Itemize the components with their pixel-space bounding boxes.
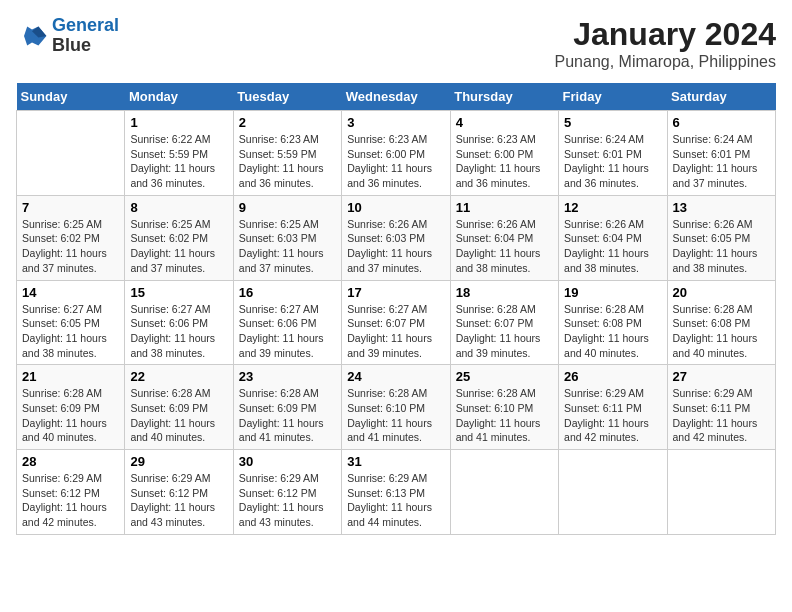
calendar-cell [17,111,125,196]
calendar-header: SundayMondayTuesdayWednesdayThursdayFrid… [17,83,776,111]
day-info: Sunrise: 6:26 AM Sunset: 6:04 PM Dayligh… [564,217,661,276]
day-number: 26 [564,369,661,384]
calendar-cell: 15Sunrise: 6:27 AM Sunset: 6:06 PM Dayli… [125,280,233,365]
calendar-cell: 29Sunrise: 6:29 AM Sunset: 6:12 PM Dayli… [125,450,233,535]
day-info: Sunrise: 6:28 AM Sunset: 6:09 PM Dayligh… [22,386,119,445]
calendar-cell: 23Sunrise: 6:28 AM Sunset: 6:09 PM Dayli… [233,365,341,450]
calendar-cell [450,450,558,535]
calendar-cell [559,450,667,535]
day-info: Sunrise: 6:29 AM Sunset: 6:12 PM Dayligh… [239,471,336,530]
calendar-cell: 1Sunrise: 6:22 AM Sunset: 5:59 PM Daylig… [125,111,233,196]
calendar-cell: 4Sunrise: 6:23 AM Sunset: 6:00 PM Daylig… [450,111,558,196]
day-number: 3 [347,115,444,130]
calendar-cell: 14Sunrise: 6:27 AM Sunset: 6:05 PM Dayli… [17,280,125,365]
day-number: 31 [347,454,444,469]
calendar-cell: 19Sunrise: 6:28 AM Sunset: 6:08 PM Dayli… [559,280,667,365]
day-number: 14 [22,285,119,300]
day-number: 10 [347,200,444,215]
calendar-cell: 16Sunrise: 6:27 AM Sunset: 6:06 PM Dayli… [233,280,341,365]
calendar-cell: 9Sunrise: 6:25 AM Sunset: 6:03 PM Daylig… [233,195,341,280]
weekday-header-wednesday: Wednesday [342,83,450,111]
logo: General Blue [16,16,119,56]
calendar-cell: 10Sunrise: 6:26 AM Sunset: 6:03 PM Dayli… [342,195,450,280]
day-info: Sunrise: 6:28 AM Sunset: 6:09 PM Dayligh… [239,386,336,445]
calendar-cell: 21Sunrise: 6:28 AM Sunset: 6:09 PM Dayli… [17,365,125,450]
day-info: Sunrise: 6:28 AM Sunset: 6:09 PM Dayligh… [130,386,227,445]
logo-text: General Blue [52,16,119,56]
day-number: 24 [347,369,444,384]
day-info: Sunrise: 6:29 AM Sunset: 6:12 PM Dayligh… [130,471,227,530]
day-number: 4 [456,115,553,130]
calendar-cell: 6Sunrise: 6:24 AM Sunset: 6:01 PM Daylig… [667,111,775,196]
day-number: 11 [456,200,553,215]
weekday-header-sunday: Sunday [17,83,125,111]
day-info: Sunrise: 6:28 AM Sunset: 6:10 PM Dayligh… [347,386,444,445]
day-info: Sunrise: 6:27 AM Sunset: 6:07 PM Dayligh… [347,302,444,361]
weekday-header-friday: Friday [559,83,667,111]
calendar-cell: 25Sunrise: 6:28 AM Sunset: 6:10 PM Dayli… [450,365,558,450]
day-number: 16 [239,285,336,300]
calendar-cell: 11Sunrise: 6:26 AM Sunset: 6:04 PM Dayli… [450,195,558,280]
day-info: Sunrise: 6:24 AM Sunset: 6:01 PM Dayligh… [564,132,661,191]
calendar-cell [667,450,775,535]
calendar-cell: 18Sunrise: 6:28 AM Sunset: 6:07 PM Dayli… [450,280,558,365]
day-info: Sunrise: 6:29 AM Sunset: 6:11 PM Dayligh… [673,386,770,445]
day-info: Sunrise: 6:25 AM Sunset: 6:02 PM Dayligh… [22,217,119,276]
calendar-title: January 2024 [555,16,776,53]
day-info: Sunrise: 6:29 AM Sunset: 6:11 PM Dayligh… [564,386,661,445]
weekday-header-monday: Monday [125,83,233,111]
day-number: 1 [130,115,227,130]
day-info: Sunrise: 6:23 AM Sunset: 6:00 PM Dayligh… [456,132,553,191]
day-info: Sunrise: 6:27 AM Sunset: 6:05 PM Dayligh… [22,302,119,361]
calendar-cell: 24Sunrise: 6:28 AM Sunset: 6:10 PM Dayli… [342,365,450,450]
day-info: Sunrise: 6:26 AM Sunset: 6:05 PM Dayligh… [673,217,770,276]
calendar-cell: 28Sunrise: 6:29 AM Sunset: 6:12 PM Dayli… [17,450,125,535]
day-number: 17 [347,285,444,300]
day-number: 22 [130,369,227,384]
day-number: 15 [130,285,227,300]
day-number: 21 [22,369,119,384]
title-block: January 2024 Punang, Mimaropa, Philippin… [555,16,776,71]
day-info: Sunrise: 6:23 AM Sunset: 6:00 PM Dayligh… [347,132,444,191]
day-info: Sunrise: 6:28 AM Sunset: 6:08 PM Dayligh… [673,302,770,361]
day-number: 23 [239,369,336,384]
day-info: Sunrise: 6:24 AM Sunset: 6:01 PM Dayligh… [673,132,770,191]
day-number: 29 [130,454,227,469]
week-row-1: 1Sunrise: 6:22 AM Sunset: 5:59 PM Daylig… [17,111,776,196]
day-info: Sunrise: 6:27 AM Sunset: 6:06 PM Dayligh… [130,302,227,361]
calendar-cell: 12Sunrise: 6:26 AM Sunset: 6:04 PM Dayli… [559,195,667,280]
day-info: Sunrise: 6:25 AM Sunset: 6:03 PM Dayligh… [239,217,336,276]
day-info: Sunrise: 6:26 AM Sunset: 6:04 PM Dayligh… [456,217,553,276]
day-info: Sunrise: 6:28 AM Sunset: 6:10 PM Dayligh… [456,386,553,445]
day-info: Sunrise: 6:27 AM Sunset: 6:06 PM Dayligh… [239,302,336,361]
week-row-5: 28Sunrise: 6:29 AM Sunset: 6:12 PM Dayli… [17,450,776,535]
calendar-cell: 20Sunrise: 6:28 AM Sunset: 6:08 PM Dayli… [667,280,775,365]
day-number: 12 [564,200,661,215]
day-number: 8 [130,200,227,215]
calendar-cell: 26Sunrise: 6:29 AM Sunset: 6:11 PM Dayli… [559,365,667,450]
day-number: 30 [239,454,336,469]
day-info: Sunrise: 6:23 AM Sunset: 5:59 PM Dayligh… [239,132,336,191]
calendar-cell: 17Sunrise: 6:27 AM Sunset: 6:07 PM Dayli… [342,280,450,365]
calendar-cell: 2Sunrise: 6:23 AM Sunset: 5:59 PM Daylig… [233,111,341,196]
calendar-subtitle: Punang, Mimaropa, Philippines [555,53,776,71]
week-row-2: 7Sunrise: 6:25 AM Sunset: 6:02 PM Daylig… [17,195,776,280]
logo-icon [16,20,48,52]
calendar-cell: 3Sunrise: 6:23 AM Sunset: 6:00 PM Daylig… [342,111,450,196]
day-number: 25 [456,369,553,384]
weekday-header-saturday: Saturday [667,83,775,111]
week-row-4: 21Sunrise: 6:28 AM Sunset: 6:09 PM Dayli… [17,365,776,450]
day-number: 20 [673,285,770,300]
day-info: Sunrise: 6:29 AM Sunset: 6:12 PM Dayligh… [22,471,119,530]
calendar-table: SundayMondayTuesdayWednesdayThursdayFrid… [16,83,776,535]
week-row-3: 14Sunrise: 6:27 AM Sunset: 6:05 PM Dayli… [17,280,776,365]
calendar-cell: 8Sunrise: 6:25 AM Sunset: 6:02 PM Daylig… [125,195,233,280]
day-info: Sunrise: 6:28 AM Sunset: 6:07 PM Dayligh… [456,302,553,361]
calendar-cell: 30Sunrise: 6:29 AM Sunset: 6:12 PM Dayli… [233,450,341,535]
day-number: 27 [673,369,770,384]
calendar-cell: 13Sunrise: 6:26 AM Sunset: 6:05 PM Dayli… [667,195,775,280]
weekday-header-tuesday: Tuesday [233,83,341,111]
day-info: Sunrise: 6:25 AM Sunset: 6:02 PM Dayligh… [130,217,227,276]
day-number: 19 [564,285,661,300]
day-number: 5 [564,115,661,130]
